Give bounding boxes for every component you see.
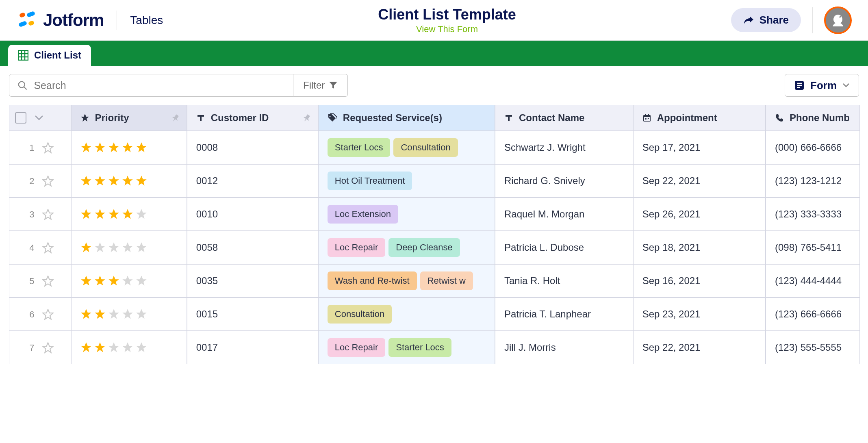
contact-cell[interactable]: Jill J. Morris <box>495 331 633 364</box>
service-tag[interactable]: Starter Locs <box>388 338 451 357</box>
table-row[interactable]: 50035Wash and Re-twistRetwist wTania R. … <box>9 264 860 298</box>
row-number-cell[interactable]: 5 <box>9 264 71 298</box>
header-appointment[interactable]: Appointment <box>633 105 766 131</box>
header-customer-id[interactable]: Customer ID <box>187 105 318 131</box>
table-row[interactable]: 40058Loc RepairDeep CleansePatricia L. D… <box>9 231 860 264</box>
services-cell[interactable]: Hot Oil Treatment <box>318 164 495 198</box>
priority-cell[interactable] <box>71 298 187 331</box>
services-cell[interactable]: Wash and Re-twistRetwist w <box>318 264 495 298</box>
services-cell[interactable]: Loc Extension <box>318 198 495 231</box>
row-number-cell[interactable]: 1 <box>9 131 71 164</box>
service-tag[interactable]: Loc Repair <box>328 238 385 257</box>
phone-cell[interactable]: (123) 666-6666 <box>766 298 860 331</box>
tables-label[interactable]: Tables <box>130 14 163 27</box>
table-row[interactable]: 60015ConsultationPatricia T. LanphearSep… <box>9 298 860 331</box>
star-filled-icon <box>136 175 147 187</box>
customer-id-cell[interactable]: 0008 <box>187 131 318 164</box>
service-tag[interactable]: Loc Repair <box>328 338 385 357</box>
row-number-cell[interactable]: 2 <box>9 164 71 198</box>
priority-cell[interactable] <box>71 231 187 264</box>
star-empty-icon <box>122 275 133 287</box>
star-outline-icon[interactable] <box>42 209 54 220</box>
service-tag[interactable]: Loc Extension <box>328 205 398 224</box>
header-services[interactable]: Requested Service(s) <box>318 105 495 131</box>
services-cell[interactable]: Loc RepairDeep Cleanse <box>318 231 495 264</box>
contact-cell[interactable]: Patricia T. Lanphear <box>495 298 633 331</box>
phone-cell[interactable]: (123) 555-5555 <box>766 331 860 364</box>
phone-cell[interactable]: (123) 444-4444 <box>766 264 860 298</box>
customer-id-cell[interactable]: 0012 <box>187 164 318 198</box>
appointment-cell[interactable]: Sep 17, 2021 <box>633 131 766 164</box>
star-outline-icon[interactable] <box>42 242 54 254</box>
contact-cell[interactable]: Schwartz J. Wright <box>495 131 633 164</box>
table-row[interactable]: 70017Loc RepairStarter LocsJill J. Morri… <box>9 331 860 364</box>
priority-cell[interactable] <box>71 131 187 164</box>
contact-cell[interactable]: Tania R. Holt <box>495 264 633 298</box>
contact-cell[interactable]: Richard G. Snively <box>495 164 633 198</box>
star-filled-icon <box>122 175 133 187</box>
tab-client-list[interactable]: Client List <box>8 45 91 66</box>
services-cell[interactable]: Loc RepairStarter Locs <box>318 331 495 364</box>
appointment-cell[interactable]: Sep 26, 2021 <box>633 198 766 231</box>
contact-cell[interactable]: Raquel M. Morgan <box>495 198 633 231</box>
header-phone[interactable]: Phone Numb <box>766 105 860 131</box>
logo[interactable]: Jotform <box>18 11 104 30</box>
search-box[interactable] <box>9 74 293 97</box>
header-priority[interactable]: Priority <box>71 105 187 131</box>
customer-id-cell[interactable]: 0017 <box>187 331 318 364</box>
service-tag[interactable]: Consultation <box>328 305 392 324</box>
service-tag[interactable]: Deep Cleanse <box>388 238 460 257</box>
view-form-link[interactable]: View This Form <box>416 24 478 35</box>
chevron-down-icon[interactable] <box>35 115 43 121</box>
priority-cell[interactable] <box>71 331 187 364</box>
phone-cell[interactable]: (098) 765-5411 <box>766 231 860 264</box>
phone-cell[interactable]: (123) 333-3333 <box>766 198 860 231</box>
appointment-cell[interactable]: Sep 22, 2021 <box>633 331 766 364</box>
form-view-button[interactable]: Form <box>785 74 859 97</box>
avatar[interactable] <box>824 7 852 34</box>
priority-cell[interactable] <box>71 198 187 231</box>
table-row[interactable]: 30010Loc ExtensionRaquel M. MorganSep 26… <box>9 198 860 231</box>
customer-id-cell[interactable]: 0015 <box>187 298 318 331</box>
row-number-cell[interactable]: 7 <box>9 331 71 364</box>
appointment-cell[interactable]: Sep 23, 2021 <box>633 298 766 331</box>
customer-id-cell[interactable]: 0058 <box>187 231 318 264</box>
divider <box>812 7 813 33</box>
table-row[interactable]: 20012Hot Oil TreatmentRichard G. Snively… <box>9 164 860 198</box>
services-cell[interactable]: Consultation <box>318 298 495 331</box>
service-tag[interactable]: Starter Locs <box>328 138 391 157</box>
star-filled-icon <box>136 142 147 153</box>
star-outline-icon[interactable] <box>42 276 54 287</box>
row-number-cell[interactable]: 6 <box>9 298 71 331</box>
search-input[interactable] <box>34 80 285 91</box>
star-empty-icon <box>108 242 119 253</box>
share-button[interactable]: Share <box>731 8 801 32</box>
customer-id-cell[interactable]: 0035 <box>187 264 318 298</box>
divider <box>117 11 117 30</box>
service-tag[interactable]: Wash and Re-twist <box>328 271 417 290</box>
row-number-cell[interactable]: 3 <box>9 198 71 231</box>
appointment-cell[interactable]: Sep 22, 2021 <box>633 164 766 198</box>
service-tag[interactable]: Consultation <box>393 138 458 157</box>
customer-id-cell[interactable]: 0010 <box>187 198 318 231</box>
contact-cell[interactable]: Patricia L. Dubose <box>495 231 633 264</box>
priority-cell[interactable] <box>71 164 187 198</box>
services-cell[interactable]: Starter LocsConsultation <box>318 131 495 164</box>
service-tag[interactable]: Retwist w <box>420 271 473 290</box>
header-checkbox[interactable] <box>9 105 71 131</box>
star-outline-icon[interactable] <box>42 309 54 320</box>
star-outline-icon[interactable] <box>42 342 54 354</box>
select-all-checkbox[interactable] <box>15 112 26 124</box>
star-outline-icon[interactable] <box>42 176 54 187</box>
appointment-cell[interactable]: Sep 16, 2021 <box>633 264 766 298</box>
filter-button[interactable]: Filter <box>293 74 348 97</box>
service-tag[interactable]: Hot Oil Treatment <box>328 172 412 190</box>
table-row[interactable]: 10008Starter LocsConsultationSchwartz J.… <box>9 131 860 164</box>
star-outline-icon[interactable] <box>42 142 54 154</box>
phone-cell[interactable]: (123) 123-1212 <box>766 164 860 198</box>
header-contact[interactable]: Contact Name <box>495 105 633 131</box>
phone-cell[interactable]: (000) 666-6666 <box>766 131 860 164</box>
priority-cell[interactable] <box>71 264 187 298</box>
appointment-cell[interactable]: Sep 18, 2021 <box>633 231 766 264</box>
row-number-cell[interactable]: 4 <box>9 231 71 264</box>
